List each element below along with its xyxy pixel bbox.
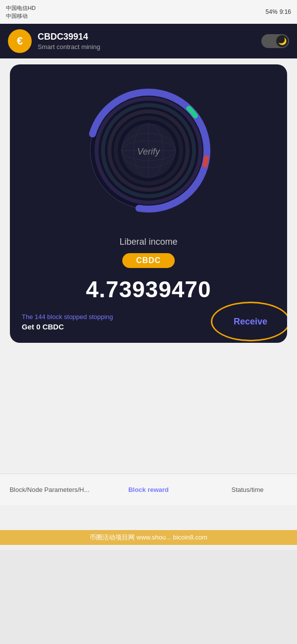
- time: 9:16: [280, 8, 291, 15]
- income-label: Liberal income: [22, 237, 275, 247]
- card-content: Liberal income CBDC 4.73939470 The 144 b…: [10, 233, 287, 331]
- balance-display: 4.73939470: [22, 276, 275, 303]
- watermark: 币圈活动项目网 www.shou... bicoin8.com: [0, 530, 297, 545]
- svg-text:Verify: Verify: [137, 147, 160, 157]
- block-info: The 144 block stopped stopping Get 0 CBD…: [22, 313, 275, 331]
- bottom-tabs: Block/Node Parameters/H... Block reward …: [0, 474, 297, 505]
- donut-chart: Verify: [79, 81, 218, 220]
- bottom-area: [0, 550, 297, 644]
- chart-area: Verify: [10, 64, 287, 233]
- app-name: CBDC39914: [38, 32, 100, 42]
- block-info-left: The 144 block stopped stopping Get 0 CBD…: [22, 313, 113, 331]
- dark-mode-toggle[interactable]: 🌙: [261, 34, 289, 48]
- toggle-knob: 🌙: [276, 35, 288, 47]
- carrier1: 中国电信HD: [6, 4, 36, 12]
- status-right: 54% 9:16: [266, 8, 291, 15]
- main-card: Verify Liberal income CBDC 4.73939470 Th…: [10, 64, 287, 343]
- tab-block-node[interactable]: Block/Node Parameters/H...: [0, 474, 99, 505]
- coin-icon: €: [8, 29, 32, 53]
- block-stopped-text: The 144 block stopped stopping: [22, 313, 113, 321]
- carrier-info: 中国电信HD 中国移动: [6, 4, 36, 20]
- get-cbdc-text: Get 0 CBDC: [22, 322, 113, 331]
- status-bar: 中国电信HD 中国移动 54% 9:16: [0, 0, 297, 24]
- currency-badge: CBDC: [122, 253, 175, 268]
- tab-block-reward[interactable]: Block reward: [99, 474, 198, 505]
- app-header: € CBDC39914 Smart contract mining 🌙: [0, 24, 297, 58]
- app-subtitle: Smart contract mining: [38, 43, 100, 51]
- carrier2: 中国移动: [6, 12, 36, 20]
- battery: 54%: [266, 8, 278, 15]
- receive-button[interactable]: Receive: [226, 313, 275, 331]
- tab-status-time[interactable]: Status/time: [198, 474, 297, 505]
- header-left: € CBDC39914 Smart contract mining: [8, 29, 100, 53]
- receive-button-wrap: Receive: [226, 313, 275, 331]
- header-title: CBDC39914 Smart contract mining: [38, 32, 100, 51]
